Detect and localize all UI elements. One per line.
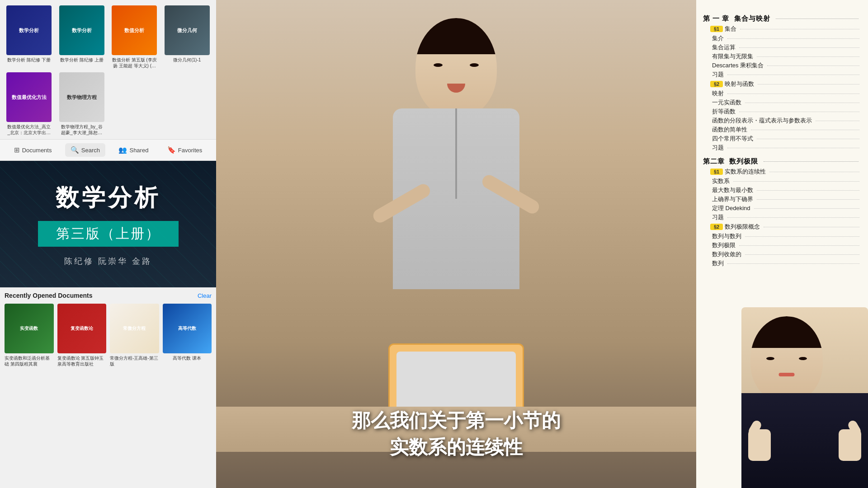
item-dots-0-0-3 bbox=[767, 66, 859, 66]
book-cover-2: 数值分析 bbox=[112, 5, 157, 55]
item-text-1-0-0: 实数系 bbox=[712, 177, 730, 185]
toc-container: 第 一 章 集合与映射 §1 集合 集介 集合运算 有限集与无限集 Descar… bbox=[703, 14, 861, 267]
item-dots-0-0-4 bbox=[727, 75, 859, 75]
subtitle-line2: 实数系的连续性 bbox=[225, 434, 687, 461]
item-dots-1-1-2 bbox=[745, 254, 859, 255]
item-text-0-1-4: 函数的简单性 bbox=[712, 126, 747, 134]
item-text-0-0-2: 有限集与无限集 bbox=[712, 52, 753, 61]
book-item-3[interactable]: 微分几何 微分几何(1)-1 bbox=[163, 5, 212, 69]
item-dots-0-1-2 bbox=[739, 112, 859, 112]
hair-top bbox=[415, 18, 497, 54]
toc-item-0-0-2: 有限集与无限集 bbox=[712, 52, 861, 61]
mouth bbox=[447, 84, 465, 93]
recently-opened-section: Recently Opened Documents Clear 实变函数 实变函… bbox=[0, 287, 216, 488]
recent-title-0: 实变函数和泛函分析基础 第四版程其襄 bbox=[5, 355, 54, 367]
featured-book[interactable]: 数学分析 第三版（上册） 陈纪修 阮崇华 金路 bbox=[0, 161, 216, 287]
video-panel: 那么我们关于第一小节的 实数系的连续性 bbox=[216, 0, 696, 488]
featured-subtitle: 第三版（上册） bbox=[38, 221, 179, 247]
toc-chapter-1: 第二章 数列极限 bbox=[703, 157, 861, 166]
book-item-2[interactable]: 数值分析 数值分析 第五版 (李庆扬 王能超 等大义) (Z-Lib... bbox=[110, 5, 159, 69]
subtitle-line1: 那么我们关于第一小节的 bbox=[225, 408, 687, 434]
book-title-0: 数学分析 陈纪修 下册 bbox=[6, 57, 52, 63]
documents-icon: ⊞ bbox=[14, 146, 20, 154]
section-badge-1-1: §2 bbox=[710, 224, 723, 230]
toc-item-1-0-1: 最大数与最小数 bbox=[712, 186, 861, 194]
recent-book-0[interactable]: 实变函数 实变函数和泛函分析基础 第四版程其襄 bbox=[5, 304, 54, 367]
toc-item-1-1-3: 数列 bbox=[712, 259, 861, 267]
toc-item-0-1-6: 习题 bbox=[712, 144, 861, 152]
item-text-0-1-3: 函数的分段表示・蕴式表示与参数表示 bbox=[712, 117, 812, 125]
recent-cover-1: 复变函数论 bbox=[57, 304, 107, 353]
item-text-0-0-1: 集合运算 bbox=[712, 43, 736, 52]
section-title-0-1: 映射与函数 bbox=[725, 80, 754, 88]
item-dots-1-0-3 bbox=[754, 208, 859, 209]
item-text-1-1-0: 数列与数列 bbox=[712, 232, 741, 240]
toc-item-0-1-0: 映射 bbox=[712, 89, 861, 98]
recent-book-1[interactable]: 复变函数论 复变函数论 第五版钟玉泉高等教育出版社 bbox=[57, 304, 107, 367]
item-text-1-0-1: 最大数与最小数 bbox=[712, 186, 753, 194]
toc-section-1-0: §1 实数系的连续性 bbox=[710, 168, 861, 176]
toc-item-1-1-1: 数列极限 bbox=[712, 241, 861, 249]
book-cover-1: 数学分析 bbox=[59, 5, 104, 55]
clear-button[interactable]: Clear bbox=[198, 292, 212, 299]
recent-book-3[interactable]: 高等代数 高等代数 课本 bbox=[163, 304, 212, 367]
item-text-1-1-2: 数列收敛的 bbox=[712, 250, 741, 258]
item-dots-0-1-3 bbox=[816, 121, 859, 121]
toc-item-0-0-1: 集合运算 bbox=[712, 43, 861, 52]
nav-favorites[interactable]: 🔖 Favorites bbox=[162, 143, 208, 157]
chapter-label-0: 第 一 章 集合与映射 bbox=[703, 14, 770, 23]
toc-item-1-0-2: 上确界与下确界 bbox=[712, 195, 861, 203]
person-cutout-image bbox=[741, 307, 868, 488]
toc-item-0-0-4: 习题 bbox=[712, 70, 861, 79]
book-cover-0: 数学分析 bbox=[6, 5, 52, 55]
recent-cover-0: 实变函数 bbox=[5, 304, 54, 353]
item-text-0-1-2: 折等函数 bbox=[712, 108, 736, 116]
section-dots-1-1 bbox=[764, 227, 859, 227]
book-item-4[interactable]: 数值最优化方法 数值最优化方法_高立_北京：北京大学出版社... bbox=[5, 72, 54, 136]
section-title-1-1: 数列极限概念 bbox=[725, 223, 760, 231]
item-text-0-0-4: 习题 bbox=[712, 70, 724, 79]
item-text-0-0-0: 集介 bbox=[712, 34, 724, 42]
nav-search-label: Search bbox=[81, 147, 100, 154]
item-dots-1-1-1 bbox=[739, 245, 859, 246]
item-dots-0-1-1 bbox=[745, 103, 859, 103]
book-title-3: 微分几何(1)-1 bbox=[165, 57, 210, 63]
section-badge-0-1: §2 bbox=[710, 81, 723, 87]
toc-item-0-1-4: 函数的简单性 bbox=[712, 126, 861, 134]
video-subtitle: 那么我们关于第一小节的 实数系的连续性 bbox=[216, 408, 696, 461]
toc-item-0-0-0: 集介 bbox=[712, 34, 861, 42]
book-item-5[interactable]: 数学物理方程 数学物理方程_by_谷超豪_李大潜_陈恕行_x.l... bbox=[57, 72, 107, 136]
chapter-dots-0 bbox=[776, 19, 859, 19]
item-text-1-0-3: 定理 Dedekind bbox=[712, 204, 750, 212]
item-dots-0-0-1 bbox=[739, 47, 859, 48]
book-item-1[interactable]: 数学分析 数学分析 陈纪修 上册 bbox=[57, 5, 107, 69]
nav-shared[interactable]: 👥 Shared bbox=[113, 143, 154, 157]
nav-search[interactable]: 🔍 Search bbox=[65, 143, 105, 157]
recent-books-grid: 实变函数 实变函数和泛函分析基础 第四版程其襄 复变函数论 复变函数论 第五版钟… bbox=[5, 304, 212, 367]
recent-book-2[interactable]: 常微分方程 常微分方程-王高雄-第三版 bbox=[110, 304, 159, 367]
item-text-0-1-6: 习题 bbox=[712, 144, 724, 152]
toc-item-0-1-1: 一元实函数 bbox=[712, 99, 861, 107]
section-title-1-0: 实数系的连续性 bbox=[725, 168, 766, 176]
nav-documents[interactable]: ⊞ Documents bbox=[9, 143, 57, 157]
recent-title-3: 高等代数 课本 bbox=[173, 355, 201, 361]
book-cover-5: 数学物理方程 bbox=[59, 72, 104, 122]
item-text-1-1-1: 数列极限 bbox=[712, 241, 736, 249]
section-badge-0-0: §1 bbox=[710, 26, 723, 32]
featured-authors: 陈纪修 阮崇华 金路 bbox=[64, 256, 152, 267]
search-icon: 🔍 bbox=[71, 146, 79, 154]
item-text-0-1-5: 四个常用不等式 bbox=[712, 135, 753, 143]
toc-item-0-0-3: Descartes 乘积集合 bbox=[712, 61, 861, 70]
recently-opened-title: Recently Opened Documents bbox=[5, 292, 93, 299]
section-title-0-0: 集合 bbox=[725, 25, 736, 33]
book-item-0[interactable]: 数学分析 数学分析 陈纪修 下册 bbox=[5, 5, 54, 69]
nav-shared-label: Shared bbox=[129, 147, 148, 154]
item-dots-1-1-0 bbox=[745, 236, 859, 237]
nav-favorites-label: Favorites bbox=[178, 147, 202, 154]
book-grid-top: 数学分析 数学分析 陈纪修 下册 数学分析 数学分析 陈纪修 上册 数值分析 数… bbox=[0, 0, 216, 139]
toc-chapter-0: 第 一 章 集合与映射 bbox=[703, 14, 861, 23]
shared-icon: 👥 bbox=[118, 146, 127, 154]
recent-title-2: 常微分方程-王高雄-第三版 bbox=[110, 355, 159, 367]
item-dots-0-1-5 bbox=[757, 139, 859, 139]
recently-header: Recently Opened Documents Clear bbox=[5, 292, 212, 299]
